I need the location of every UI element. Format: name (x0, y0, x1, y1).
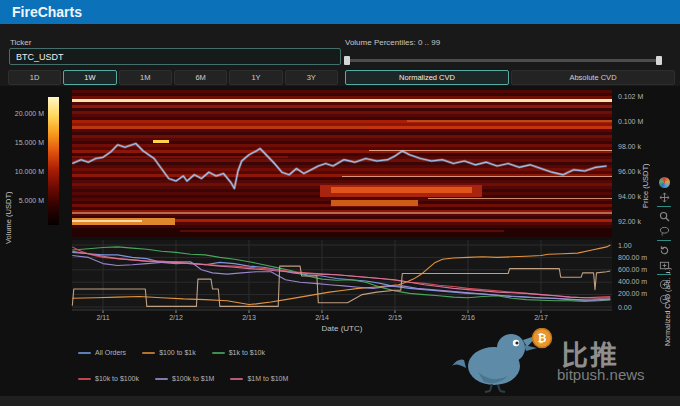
cvd-mode-button-absolute-cvd[interactable]: Absolute CVD (511, 70, 675, 85)
timeframe-button-1w[interactable]: 1W (63, 70, 116, 85)
legend-label: $100k to $1M (172, 375, 214, 382)
cvd-mode-button-group: Normalized CVDAbsolute CVD (345, 70, 675, 85)
lasso-select-icon[interactable] (658, 225, 670, 237)
timeframe-button-group: 1D1W1M6M1Y3Y (8, 70, 338, 85)
slider-handle-max[interactable] (656, 56, 662, 65)
timeframe-button-6m[interactable]: 6M (174, 70, 227, 85)
date-axis-title: Date (UTC) (322, 324, 363, 333)
cvd-ticks-label: 400.00 m (618, 278, 647, 285)
legend-label: $1k to $10k (229, 349, 265, 356)
vol-ticks-label: 10.000 M (15, 168, 44, 175)
timeframe-button-1y[interactable]: 1Y (229, 70, 282, 85)
volume-percentiles-slider[interactable] (345, 55, 661, 65)
autoscale-icon[interactable] (658, 244, 670, 256)
legend-label: All Orders (95, 349, 126, 356)
legend-item--100-to-1k[interactable]: $100 to $1k (142, 349, 196, 356)
zoom-in-icon[interactable] (658, 278, 670, 290)
vol-ticks-label: 5.000 M (19, 197, 44, 204)
price-axis-title: Price (USDT) (641, 128, 650, 208)
bitpush-bird-logo: ₿ (448, 328, 568, 394)
date-ticks-label: 2/17 (534, 314, 548, 321)
legend-item--100k-to-1m[interactable]: $100k to $1M (155, 375, 214, 382)
slider-track[interactable] (345, 59, 661, 62)
slider-handle-min[interactable] (344, 56, 350, 65)
legend-row-1: All Orders$100 to $1k$1k to $10k (78, 349, 265, 356)
legend-swatch (78, 378, 91, 380)
legend-item--10k-to-100k[interactable]: $10k to $100k (78, 375, 139, 382)
legend-row-2: $10k to $100k$100k to $1M$1M to $10M (78, 375, 288, 382)
cvd-plot[interactable] (72, 240, 612, 310)
legend-item--1m-to-10m[interactable]: $1M to $10M (230, 375, 288, 382)
volume-axis-title: Volume (USDT) (4, 164, 13, 244)
legend-label: $10k to $100k (95, 375, 139, 382)
cvd-mode-button-normalized-cvd[interactable]: Normalized CVD (345, 70, 509, 85)
volume-percentiles-label: Volume Percentiles: 0 .. 99 (345, 38, 440, 47)
timeframe-button-1d[interactable]: 1D (8, 70, 61, 85)
plotly-logo-icon[interactable] (658, 176, 670, 188)
modebar-separator (657, 206, 671, 207)
timeframe-button-1m[interactable]: 1M (119, 70, 172, 85)
legend-swatch (212, 352, 225, 354)
svg-text:₿: ₿ (538, 332, 547, 345)
modebar-separator (657, 240, 671, 241)
price-ticks-label: 96.00 k (618, 168, 641, 175)
date-ticks-label: 2/14 (315, 314, 329, 321)
date-ticks-label: 2/15 (388, 314, 402, 321)
firecharts-app: FireCharts Ticker Volume Percentiles: 0 … (0, 0, 680, 406)
date-ticks-label: 2/11 (96, 314, 109, 321)
price-ticks-label: 94.00 k (618, 193, 641, 200)
legend-swatch (142, 352, 155, 354)
ticker-input[interactable] (9, 48, 341, 65)
modebar-separator (657, 274, 671, 275)
legend-item--1k-to-10k[interactable]: $1k to $10k (212, 349, 265, 356)
price-ticks-label: 92.00 k (618, 218, 641, 225)
legend-label: $100 to $1k (159, 349, 196, 356)
date-ticks-label: 2/12 (169, 314, 183, 321)
ticker-label: Ticker (10, 38, 31, 47)
legend-label: $1M to $10M (247, 375, 288, 382)
app-header: FireCharts (0, 0, 680, 24)
bitpush-domain: bitpush.news (557, 366, 645, 383)
cvd-ticks-label: 200.00 m (618, 290, 647, 297)
pan-icon[interactable] (658, 191, 670, 203)
footer-strip (0, 396, 680, 406)
legend-item-all-orders[interactable]: All Orders (78, 349, 126, 356)
zoom-out-icon[interactable] (658, 293, 670, 305)
legend-swatch (78, 352, 91, 354)
reset-axes-icon[interactable] (658, 259, 670, 271)
zoom-icon[interactable] (658, 210, 670, 222)
price-ticks-label: 0.102 M (618, 93, 643, 100)
plotly-modebar (653, 176, 675, 305)
cvd-ticks-label: 1.00 (618, 242, 632, 249)
cvd-ticks-label: 800.00 m (618, 254, 647, 261)
price-ticks-label: 0.100 M (618, 118, 643, 125)
vol-ticks-label: 20.000 M (15, 110, 44, 117)
app-title: FireCharts (0, 0, 680, 24)
cvd-ticks-label: 600.00 m (618, 266, 647, 273)
cvd-ticks-label: 0.00 (618, 304, 632, 311)
timeframe-button-3y[interactable]: 3Y (285, 70, 338, 85)
price-ticks-label: 98.00 k (618, 143, 641, 150)
volume-heatmap-plot[interactable] (72, 90, 612, 237)
date-ticks-label: 2/16 (461, 314, 475, 321)
date-ticks-label: 2/13 (242, 314, 256, 321)
legend-swatch (155, 378, 168, 380)
vol-ticks-label: 15.000 M (15, 139, 44, 146)
legend-swatch (230, 378, 243, 380)
volume-colorbar (48, 97, 59, 225)
